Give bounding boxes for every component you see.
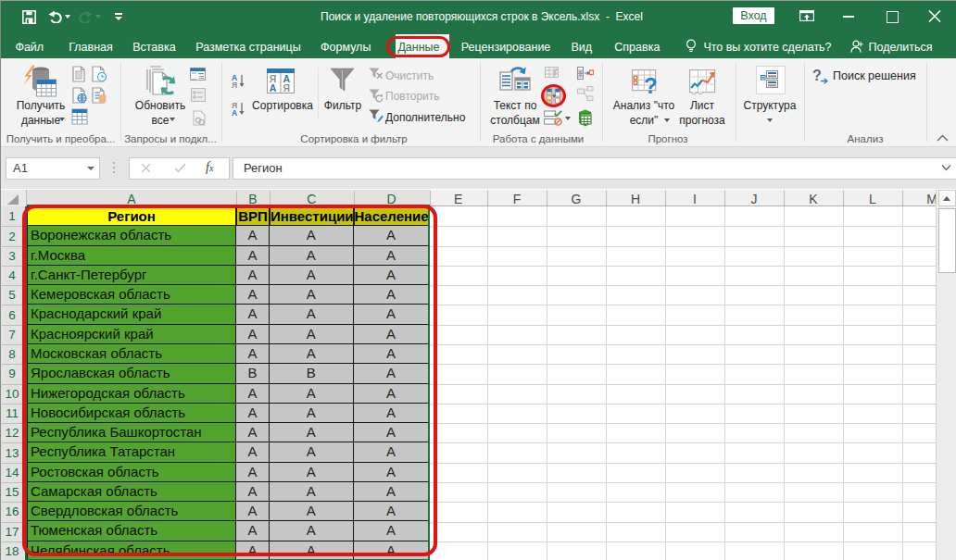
svg-text:А: А [270, 82, 277, 93]
svg-text:Я: Я [283, 82, 291, 93]
svg-text:Я: Я [232, 81, 237, 88]
svg-text:?: ? [644, 73, 657, 95]
svg-text:?: ? [812, 68, 822, 83]
